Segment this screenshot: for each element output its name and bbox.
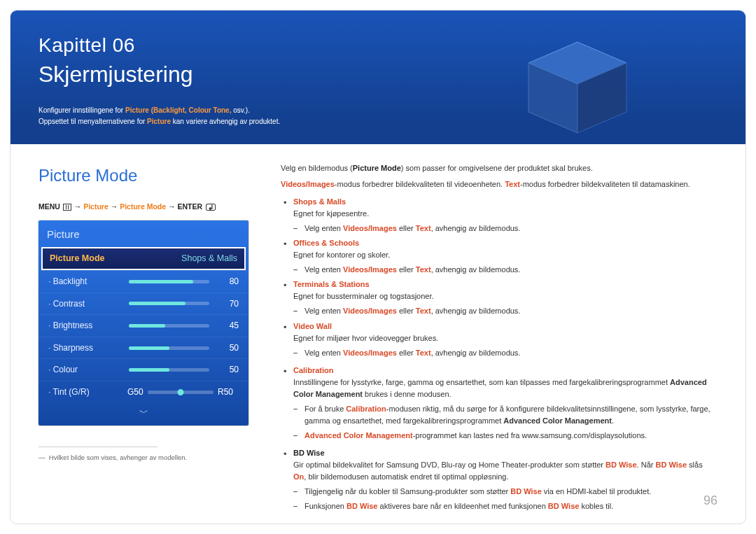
osd-row-sharpness[interactable]: Sharpness50 [38, 337, 248, 359]
osd-selected-value: Shops & Malls [181, 252, 237, 265]
mode-item: Video WallEgnet for miljøer hvor videove… [281, 321, 718, 359]
chevron-down-icon[interactable]: ﹀ [38, 403, 248, 426]
mode-list: Shops & MallsEgnet for kjøpesentre.Velg … [281, 196, 718, 359]
mode-item: Offices & SchoolsEgnet for kontorer og s… [281, 237, 718, 276]
p2-c: Text [505, 180, 520, 188]
p1-a: Velg en bildemodus ( [281, 164, 353, 172]
osd-row-backlight[interactable]: Backlight80 [38, 270, 248, 293]
intro2-accent: Picture [147, 118, 171, 125]
bdwise-desc: Gir optimal bildekvalitet for Samsung DV… [293, 459, 718, 483]
osd-row-value: 80 [216, 275, 239, 288]
osd-row-value: 70 [216, 297, 239, 311]
p1-bold: Picture Mode [353, 164, 401, 172]
p2-b: -modus forbedrer bildekvaliteten til vid… [335, 180, 505, 188]
osd-slider[interactable] [129, 302, 209, 305]
osd-row-label: Brightness [48, 319, 122, 332]
osd-row-colour[interactable]: Colour50 [38, 358, 248, 381]
content-columns: Picture Mode MENU → Picture → Picture Mo… [10, 144, 746, 515]
bdwise-heading: BD Wise [293, 449, 325, 457]
mode-item-desc: Egnet for kontorer og skoler. [293, 249, 718, 261]
tint-left: G50 [127, 386, 144, 399]
tint-right: R50 [218, 386, 233, 399]
osd-slider[interactable] [129, 368, 209, 372]
bw1a: Tilgjengelig når du kobler til Samsung-p… [304, 487, 510, 496]
bw2b: aktiveres bare når en kildeenhet med fun… [377, 502, 547, 510]
cal1bold: Advanced Color Management [503, 416, 612, 425]
page-number: 96 [704, 491, 718, 511]
bdwise-dash2: Funksjonen BD Wise aktiveres bare når en… [293, 500, 718, 512]
calibration-dash2: Advanced Color Management-programmet kan… [293, 430, 718, 442]
mode-item-dash: Velg enten Videos/Images eller Text, avh… [293, 347, 718, 359]
intro-prefix: Konfigurer innstillingene for [38, 106, 125, 114]
bw-d: , blir bildemodusen automatisk endret ti… [304, 472, 508, 481]
right-p1: Velg en bildemodus (Picture Mode) som pa… [281, 162, 718, 174]
section-title: Picture Mode [38, 162, 255, 188]
bw-r2: BD Wise [656, 461, 687, 469]
osd-row-brightness[interactable]: Brightness45 [38, 314, 248, 337]
mode-item-heading: Terminals & Stations [293, 280, 370, 288]
intro2-b: kan variere avhengig av produktet. [171, 118, 280, 125]
bw2c: kobles til. [579, 502, 613, 510]
calibration-heading: Calibration [293, 366, 333, 374]
cube-graphic [522, 38, 634, 136]
bdwise-block: BD Wise Gir optimal bildekvalitet for Sa… [281, 447, 718, 512]
osd-row-label: Colour [48, 363, 122, 377]
osd-row-contrast[interactable]: Contrast70 [38, 293, 248, 315]
osd-slider[interactable] [129, 346, 209, 350]
osd-row-label: Contrast [48, 297, 122, 311]
mode-item-desc: Egnet for bussterminaler og togstasjoner… [293, 290, 718, 302]
mode-item-dash: Velg enten Videos/Images eller Text, avh… [293, 223, 718, 234]
cal1c: . [612, 416, 614, 425]
osd-title: Picture [38, 220, 248, 246]
mode-item-dash: Velg enten Videos/Images eller Text, avh… [293, 305, 718, 317]
cal2r: Advanced Color Management [304, 431, 413, 440]
intro2-a: Oppsettet til menyalternativene for [38, 118, 147, 125]
bw2a: Funksjonen [304, 502, 346, 510]
mode-item-heading: Offices & Schools [293, 239, 359, 247]
cal-dc: brukes i denne modusen. [363, 390, 451, 398]
bw-a: Gir optimal bildekvalitet for Samsung DV… [293, 461, 606, 469]
mode-item-desc: Egnet for miljøer hvor videovegger bruke… [293, 332, 718, 344]
osd-tint-row[interactable]: Tint (G/R) G50 R50 [38, 381, 248, 403]
osd-row-value: 50 [216, 363, 239, 377]
cal2b: -programmet kan lastes ned fra www.samsu… [413, 431, 647, 440]
tint-bar[interactable] [148, 391, 214, 394]
p1-b: ) som passer for omgivelsene der produkt… [401, 164, 593, 172]
bc-menu: MENU [38, 202, 60, 211]
cal1a: For å bruke [304, 405, 346, 413]
bc-p2: Picture Mode [120, 202, 166, 211]
bw-c: slås [687, 461, 703, 469]
footnote-text: Hvilket bilde som vises, avhenger av mod… [49, 454, 187, 461]
bw2r1: BD Wise [346, 502, 378, 510]
cal1r: Calibration [346, 405, 386, 413]
osd-slider[interactable] [129, 324, 209, 328]
osd-row-label: Backlight [48, 275, 122, 288]
bw-r3: On [293, 472, 304, 481]
footnote: ― Hvilket bilde som vises, avhenger av m… [38, 453, 255, 463]
bw-b: . Når [637, 461, 656, 469]
calibration-block: Calibration Innstillingene for lysstyrke… [281, 365, 718, 442]
osd-row-label: Sharpness [48, 342, 122, 355]
p2-a: Videos/Images [281, 180, 335, 188]
mode-item-heading: Shops & Malls [293, 197, 346, 206]
intro-suffix: osv.). [231, 106, 249, 114]
left-column: Picture Mode MENU → Picture → Picture Mo… [38, 162, 255, 515]
osd-slider[interactable] [129, 280, 209, 283]
menu-breadcrumb: MENU → Picture → Picture Mode → ENTER [38, 201, 255, 212]
bc-enter: ENTER [177, 202, 202, 211]
mode-item: Shops & MallsEgnet for kjøpesentre.Velg … [281, 196, 718, 234]
p2-d: -modus forbedrer bildekvaliteten til dat… [520, 180, 690, 188]
footnote-rule [38, 447, 158, 447]
bw1b: via en HDMI-kabel til produktet. [542, 487, 652, 496]
osd-panel: Picture Picture Mode Shops & Malls Backl… [38, 220, 248, 425]
right-p2: Videos/Images-modus forbedrer bildekvali… [281, 178, 718, 190]
page-frame: Kapittel 06 Skjermjustering Konfigurer i… [10, 10, 746, 524]
osd-selected-label: Picture Mode [50, 252, 105, 265]
enter-icon [206, 204, 216, 211]
osd-row-value: 50 [216, 342, 239, 355]
mode-item-dash: Velg enten Videos/Images eller Text, avh… [293, 264, 718, 276]
footnote-marker: ― [38, 454, 46, 461]
osd-selected-row[interactable]: Picture Mode Shops & Malls [41, 247, 246, 270]
chapter-header: Kapittel 06 Skjermjustering Konfigurer i… [10, 10, 746, 144]
mode-item: Terminals & StationsEgnet for busstermin… [281, 279, 718, 317]
